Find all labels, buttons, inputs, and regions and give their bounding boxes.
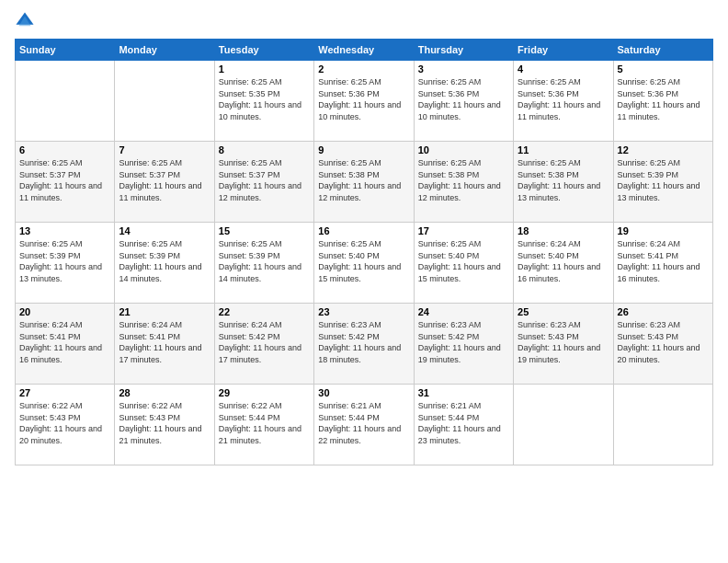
table-cell: 10Sunrise: 6:25 AM Sunset: 5:38 PM Dayli… [414, 142, 513, 223]
day-number: 21 [119, 306, 210, 317]
day-info: Sunrise: 6:25 AM Sunset: 5:39 PM Dayligh… [618, 157, 709, 203]
table-cell: 30Sunrise: 6:21 AM Sunset: 5:44 PM Dayli… [314, 385, 414, 465]
day-info: Sunrise: 6:25 AM Sunset: 5:35 PM Dayligh… [219, 76, 310, 122]
day-info: Sunrise: 6:25 AM Sunset: 5:37 PM Dayligh… [219, 157, 310, 203]
day-info: Sunrise: 6:24 AM Sunset: 5:41 PM Dayligh… [618, 238, 709, 284]
table-cell [16, 61, 115, 142]
weekday-wednesday: Wednesday [314, 40, 414, 61]
table-cell: 13Sunrise: 6:25 AM Sunset: 5:39 PM Dayli… [16, 223, 115, 304]
day-number: 29 [219, 387, 310, 398]
table-cell: 11Sunrise: 6:25 AM Sunset: 5:38 PM Dayli… [514, 142, 613, 223]
weekday-header-row: SundayMondayTuesdayWednesdayThursdayFrid… [16, 40, 713, 61]
logo [15, 11, 39, 31]
day-number: 6 [19, 144, 110, 155]
day-number: 30 [318, 387, 409, 398]
table-cell: 6Sunrise: 6:25 AM Sunset: 5:37 PM Daylig… [16, 142, 115, 223]
day-number: 19 [618, 225, 709, 236]
day-info: Sunrise: 6:25 AM Sunset: 5:40 PM Dayligh… [318, 238, 409, 284]
weekday-thursday: Thursday [414, 40, 513, 61]
table-cell: 2Sunrise: 6:25 AM Sunset: 5:36 PM Daylig… [314, 61, 414, 142]
day-info: Sunrise: 6:23 AM Sunset: 5:43 PM Dayligh… [618, 319, 709, 365]
day-info: Sunrise: 6:25 AM Sunset: 5:37 PM Dayligh… [19, 157, 110, 203]
day-info: Sunrise: 6:25 AM Sunset: 5:39 PM Dayligh… [119, 238, 210, 284]
table-cell: 4Sunrise: 6:25 AM Sunset: 5:36 PM Daylig… [514, 61, 613, 142]
week-row-4: 20Sunrise: 6:24 AM Sunset: 5:41 PM Dayli… [16, 304, 713, 385]
table-cell: 15Sunrise: 6:25 AM Sunset: 5:39 PM Dayli… [214, 223, 313, 304]
day-number: 3 [418, 63, 509, 75]
day-info: Sunrise: 6:21 AM Sunset: 5:44 PM Dayligh… [418, 400, 509, 446]
day-number: 11 [518, 144, 609, 155]
day-info: Sunrise: 6:23 AM Sunset: 5:42 PM Dayligh… [418, 319, 509, 365]
day-number: 26 [618, 306, 709, 317]
day-number: 12 [618, 144, 709, 155]
week-row-1: 1Sunrise: 6:25 AM Sunset: 5:35 PM Daylig… [16, 61, 713, 142]
day-info: Sunrise: 6:25 AM Sunset: 5:38 PM Dayligh… [418, 157, 509, 203]
table-cell: 22Sunrise: 6:24 AM Sunset: 5:42 PM Dayli… [214, 304, 313, 385]
table-cell: 12Sunrise: 6:25 AM Sunset: 5:39 PM Dayli… [613, 142, 712, 223]
logo-icon [15, 11, 35, 31]
day-number: 13 [19, 225, 110, 236]
day-info: Sunrise: 6:22 AM Sunset: 5:44 PM Dayligh… [219, 400, 310, 446]
weekday-monday: Monday [115, 40, 214, 61]
day-info: Sunrise: 6:24 AM Sunset: 5:41 PM Dayligh… [19, 319, 110, 365]
day-number: 1 [219, 63, 310, 75]
day-number: 24 [418, 306, 509, 317]
day-number: 31 [418, 387, 509, 398]
day-number: 23 [318, 306, 409, 317]
day-number: 2 [318, 63, 409, 75]
day-info: Sunrise: 6:25 AM Sunset: 5:38 PM Dayligh… [318, 157, 409, 203]
day-info: Sunrise: 6:25 AM Sunset: 5:39 PM Dayligh… [219, 238, 310, 284]
weekday-friday: Friday [514, 40, 613, 61]
day-number: 4 [518, 63, 609, 75]
table-cell: 23Sunrise: 6:23 AM Sunset: 5:42 PM Dayli… [314, 304, 414, 385]
day-info: Sunrise: 6:22 AM Sunset: 5:43 PM Dayligh… [19, 400, 110, 446]
table-cell: 25Sunrise: 6:23 AM Sunset: 5:43 PM Dayli… [514, 304, 613, 385]
table-cell [514, 385, 613, 465]
day-number: 14 [119, 225, 210, 236]
table-cell: 8Sunrise: 6:25 AM Sunset: 5:37 PM Daylig… [214, 142, 313, 223]
day-number: 5 [618, 63, 709, 75]
table-cell: 16Sunrise: 6:25 AM Sunset: 5:40 PM Dayli… [314, 223, 414, 304]
table-cell: 5Sunrise: 6:25 AM Sunset: 5:36 PM Daylig… [613, 61, 712, 142]
weekday-sunday: Sunday [16, 40, 115, 61]
weekday-tuesday: Tuesday [214, 40, 313, 61]
day-number: 10 [418, 144, 509, 155]
day-info: Sunrise: 6:25 AM Sunset: 5:36 PM Dayligh… [418, 76, 509, 122]
day-number: 9 [318, 144, 409, 155]
day-number: 15 [219, 225, 310, 236]
week-row-2: 6Sunrise: 6:25 AM Sunset: 5:37 PM Daylig… [16, 142, 713, 223]
day-info: Sunrise: 6:23 AM Sunset: 5:42 PM Dayligh… [318, 319, 409, 365]
day-info: Sunrise: 6:25 AM Sunset: 5:36 PM Dayligh… [318, 76, 409, 122]
table-cell: 18Sunrise: 6:24 AM Sunset: 5:40 PM Dayli… [514, 223, 613, 304]
day-info: Sunrise: 6:25 AM Sunset: 5:38 PM Dayligh… [518, 157, 609, 203]
day-info: Sunrise: 6:21 AM Sunset: 5:44 PM Dayligh… [318, 400, 409, 446]
table-cell: 20Sunrise: 6:24 AM Sunset: 5:41 PM Dayli… [16, 304, 115, 385]
day-info: Sunrise: 6:24 AM Sunset: 5:40 PM Dayligh… [518, 238, 609, 284]
day-info: Sunrise: 6:23 AM Sunset: 5:43 PM Dayligh… [518, 319, 609, 365]
table-cell: 14Sunrise: 6:25 AM Sunset: 5:39 PM Dayli… [115, 223, 214, 304]
day-info: Sunrise: 6:25 AM Sunset: 5:39 PM Dayligh… [19, 238, 110, 284]
day-info: Sunrise: 6:25 AM Sunset: 5:36 PM Dayligh… [618, 76, 709, 122]
table-cell: 19Sunrise: 6:24 AM Sunset: 5:41 PM Dayli… [613, 223, 712, 304]
weekday-saturday: Saturday [613, 40, 712, 61]
table-cell: 27Sunrise: 6:22 AM Sunset: 5:43 PM Dayli… [16, 385, 115, 465]
table-cell [613, 385, 712, 465]
day-info: Sunrise: 6:25 AM Sunset: 5:40 PM Dayligh… [418, 238, 509, 284]
week-row-3: 13Sunrise: 6:25 AM Sunset: 5:39 PM Dayli… [16, 223, 713, 304]
day-number: 8 [219, 144, 310, 155]
table-cell: 31Sunrise: 6:21 AM Sunset: 5:44 PM Dayli… [414, 385, 513, 465]
table-cell: 29Sunrise: 6:22 AM Sunset: 5:44 PM Dayli… [214, 385, 313, 465]
day-number: 7 [119, 144, 210, 155]
day-info: Sunrise: 6:22 AM Sunset: 5:43 PM Dayligh… [119, 400, 210, 446]
table-cell: 26Sunrise: 6:23 AM Sunset: 5:43 PM Dayli… [613, 304, 712, 385]
header [15, 11, 713, 31]
day-info: Sunrise: 6:24 AM Sunset: 5:41 PM Dayligh… [119, 319, 210, 365]
table-cell: 7Sunrise: 6:25 AM Sunset: 5:37 PM Daylig… [115, 142, 214, 223]
day-info: Sunrise: 6:24 AM Sunset: 5:42 PM Dayligh… [219, 319, 310, 365]
table-cell: 3Sunrise: 6:25 AM Sunset: 5:36 PM Daylig… [414, 61, 513, 142]
day-number: 17 [418, 225, 509, 236]
page: SundayMondayTuesdayWednesdayThursdayFrid… [0, 0, 728, 563]
table-cell: 28Sunrise: 6:22 AM Sunset: 5:43 PM Dayli… [115, 385, 214, 465]
day-info: Sunrise: 6:25 AM Sunset: 5:36 PM Dayligh… [518, 76, 609, 122]
day-number: 20 [19, 306, 110, 317]
